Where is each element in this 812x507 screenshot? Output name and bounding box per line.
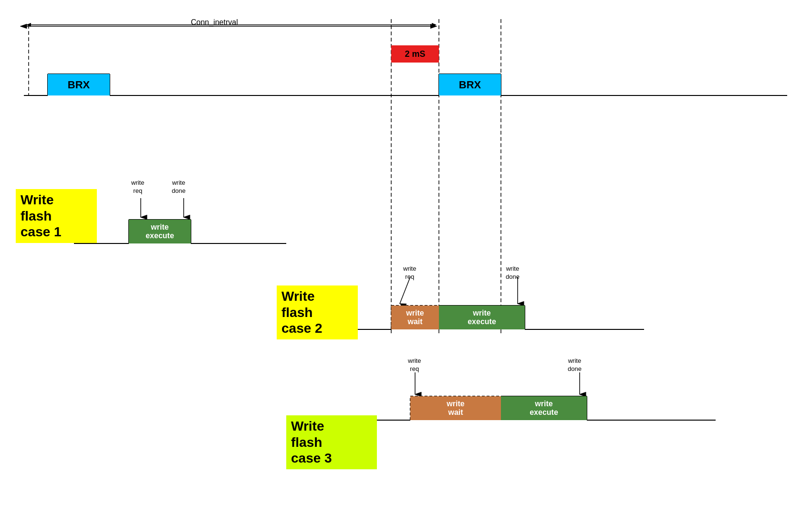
case3-write-execute: writeexecute	[501, 396, 587, 420]
case2-write-req: writereq	[403, 265, 416, 281]
brx-box-1: BRX	[48, 74, 110, 95]
two-ms-label: 2 mS	[391, 45, 439, 63]
case2-write-execute: writeexecute	[439, 306, 525, 329]
case1-write-execute: writeexecute	[129, 220, 191, 243]
case3-label: Writeflashcase 3	[286, 415, 377, 469]
case1-label: Writeflashcase 1	[16, 189, 97, 243]
brx-box-2: BRX	[439, 74, 501, 95]
case3-write-wait: writewait	[410, 396, 501, 420]
conn-interval-label: Conn_inetrval	[191, 18, 238, 27]
case3-write-req: writereq	[408, 357, 421, 373]
case2-write-wait: writewait	[391, 306, 439, 329]
case2-write-done: writedone	[506, 265, 520, 281]
case2-label: Writeflashcase 2	[277, 285, 358, 339]
case1-write-req: writereq	[131, 179, 144, 195]
case3-write-done: writedone	[568, 357, 582, 373]
case1-write-done: writedone	[172, 179, 186, 195]
